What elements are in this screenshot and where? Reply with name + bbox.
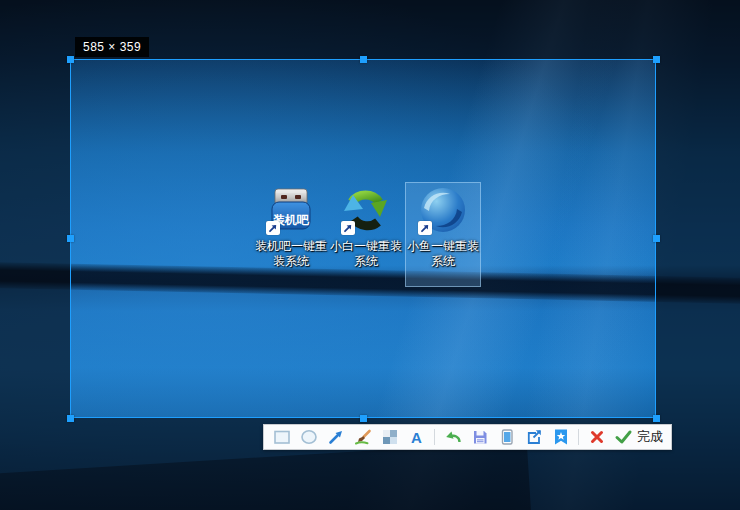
capture-toolbar: A — [263, 424, 672, 450]
selection-handle-w[interactable] — [67, 235, 74, 242]
cancel-x-icon — [588, 428, 606, 446]
selection-handle-ne[interactable] — [653, 56, 660, 63]
cancel-button[interactable] — [587, 427, 606, 447]
toolbar-separator — [578, 429, 579, 445]
text-tool-button[interactable]: A — [407, 427, 426, 447]
selection-handle-sw[interactable] — [67, 415, 74, 422]
arrow-icon — [327, 428, 345, 446]
capture-selection[interactable] — [70, 59, 656, 418]
save-button[interactable] — [470, 427, 489, 447]
brush-icon — [354, 428, 372, 446]
undo-button[interactable] — [443, 427, 462, 447]
selection-handle-n[interactable] — [360, 56, 367, 63]
mosaic-icon — [381, 428, 399, 446]
save-icon — [471, 428, 489, 446]
done-check-icon — [614, 428, 633, 446]
undo-icon — [444, 428, 462, 446]
favorite-button[interactable] — [551, 427, 570, 447]
selection-size-badge: 585 × 359 — [75, 37, 149, 57]
wallpaper-bottom-wedge — [0, 441, 532, 510]
clipboard-button[interactable] — [497, 427, 516, 447]
selection-handle-e[interactable] — [653, 235, 660, 242]
ellipse-tool-button[interactable] — [299, 427, 318, 447]
brush-tool-button[interactable] — [353, 427, 372, 447]
done-button-label: 完成 — [637, 428, 663, 446]
text-tool-icon: A — [411, 430, 422, 445]
rectangle-icon — [273, 428, 291, 446]
selection-handle-se[interactable] — [653, 415, 660, 422]
selection-handle-nw[interactable] — [67, 56, 74, 63]
selection-handle-s[interactable] — [360, 415, 367, 422]
favorite-star-icon — [552, 428, 570, 446]
done-button[interactable]: 完成 — [614, 428, 663, 446]
mosaic-tool-button[interactable] — [380, 427, 399, 447]
share-button[interactable] — [524, 427, 543, 447]
share-icon — [525, 428, 543, 446]
rectangle-tool-button[interactable] — [272, 427, 291, 447]
ellipse-icon — [300, 428, 318, 446]
toolbar-separator — [434, 429, 435, 445]
screenshot-capture-screen: 装机吧 装机吧一键重 装系统 — [0, 0, 740, 510]
arrow-tool-button[interactable] — [326, 427, 345, 447]
clipboard-icon — [498, 428, 516, 446]
